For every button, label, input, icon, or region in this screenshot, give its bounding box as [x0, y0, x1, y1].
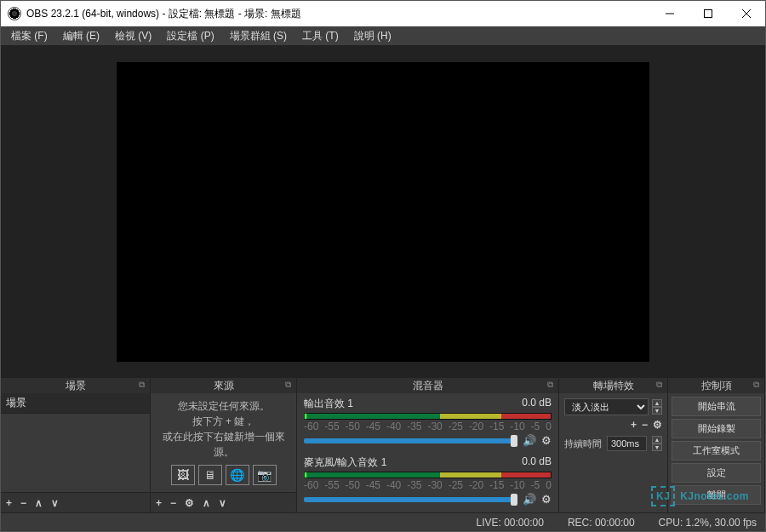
undock-icon[interactable]: ⧉	[751, 380, 761, 390]
audio-meter	[304, 472, 552, 478]
channel-db: 0.0 dB	[522, 397, 552, 411]
menu-scene-collection[interactable]: 場景群組 (S)	[223, 27, 294, 45]
speaker-icon[interactable]: 🔊	[523, 434, 536, 447]
menu-tools[interactable]: 工具 (T)	[295, 27, 346, 45]
sources-header: 來源	[214, 379, 234, 393]
preview-canvas[interactable]	[117, 62, 649, 362]
close-button[interactable]	[727, 1, 765, 26]
gear-icon[interactable]: ⚙	[541, 434, 552, 447]
menubar: 檔案 (F) 編輯 (E) 檢視 (V) 設定檔 (P) 場景群組 (S) 工具…	[1, 26, 765, 45]
svg-rect-1	[704, 10, 712, 18]
exit-button[interactable]: 離開	[672, 485, 761, 505]
window-title: OBS 23.2.1 (64-bit, windows) - 設定檔: 無標題 …	[26, 7, 650, 21]
menu-profile[interactable]: 設定檔 (P)	[160, 27, 220, 45]
channel-name: 麥克風/輸入音效 1	[304, 455, 386, 470]
duration-spin[interactable]: ▲▼	[652, 436, 662, 451]
titlebar: OBS 23.2.1 (64-bit, windows) - 設定檔: 無標題 …	[1, 1, 765, 26]
meter-ticks: -60-55-50-45-40-35-30-25-20-15-10-50	[304, 420, 552, 432]
sources-toolbar: + − ⚙ ∧ ∨	[151, 492, 296, 512]
hint-line: 或在此按下右鍵新增一個來源。	[154, 429, 293, 460]
transitions-panel: 轉場特效⧉ 淡入淡出 ▲▼ + − ⚙ 持續時間 ▲▼	[559, 378, 668, 512]
remove-source-button[interactable]: −	[170, 497, 176, 509]
start-recording-button[interactable]: 開始錄製	[672, 419, 761, 438]
add-transition-button[interactable]: +	[631, 419, 637, 431]
controls-panel: 控制項⧉ 開始串流 開始錄製 工作室模式 設定 離開	[668, 378, 765, 512]
minimize-button[interactable]	[650, 1, 689, 26]
scenes-header: 場景	[66, 379, 86, 393]
studio-mode-button[interactable]: 工作室模式	[672, 441, 761, 460]
menu-help[interactable]: 說明 (H)	[347, 27, 398, 45]
source-type-icons: 🖼 🖥 🌐 📷	[151, 463, 296, 489]
mixer-channel: 輸出音效 10.0 dB -60-55-50-45-40-35-30-25-20…	[297, 393, 558, 452]
mixer-panel: 混音器⧉ 輸出音效 10.0 dB -60-55-50-45-40-35-30-…	[297, 378, 559, 512]
hint-line: 按下方 + 鍵，	[154, 414, 293, 429]
scenes-list[interactable]: 場景	[1, 393, 150, 492]
mixer-channel: 麥克風/輸入音效 10.0 dB -60-55-50-45-40-35-30-2…	[297, 452, 558, 511]
transition-spin[interactable]: ▲▼	[652, 399, 662, 415]
controls-header: 控制項	[701, 379, 732, 393]
transition-settings-button[interactable]: ⚙	[653, 419, 662, 431]
display-source-icon: 🖥	[198, 465, 222, 485]
start-streaming-button[interactable]: 開始串流	[672, 397, 761, 416]
browser-source-icon: 🌐	[226, 465, 249, 485]
channel-db: 0.0 dB	[522, 455, 552, 470]
mixer-header: 混音器	[413, 379, 443, 393]
preview-area[interactable]	[1, 45, 765, 378]
gear-icon[interactable]: ⚙	[541, 493, 552, 506]
channel-name: 輸出音效 1	[304, 397, 353, 411]
status-cpu: CPU: 1.2%, 30.00 fps	[659, 517, 757, 529]
remove-transition-button[interactable]: −	[642, 419, 648, 431]
obs-icon	[8, 7, 21, 20]
volume-slider[interactable]	[304, 497, 517, 502]
undock-icon[interactable]: ⧉	[283, 380, 293, 390]
sources-panel: 來源⧉ 您未設定任何來源。 按下方 + 鍵， 或在此按下右鍵新增一個來源。 🖼 …	[151, 378, 297, 512]
duration-input[interactable]	[607, 436, 647, 451]
scenes-panel: 場景⧉ 場景 + − ∧ ∨	[1, 378, 151, 512]
sources-hint: 您未設定任何來源。 按下方 + 鍵， 或在此按下右鍵新增一個來源。	[151, 393, 296, 463]
status-live: LIVE: 00:00:00	[476, 517, 543, 529]
bottom-panels: 場景⧉ 場景 + − ∧ ∨ 來源⧉ 您未設定任何來源。 按下方 + 鍵， 或在…	[1, 378, 765, 512]
add-scene-button[interactable]: +	[6, 497, 12, 509]
hint-line: 您未設定任何來源。	[154, 398, 293, 414]
maximize-button[interactable]	[689, 1, 727, 26]
undock-icon[interactable]: ⧉	[136, 380, 146, 390]
transition-select[interactable]: 淡入淡出	[564, 398, 649, 415]
volume-slider[interactable]	[304, 438, 517, 443]
scenes-toolbar: + − ∧ ∨	[1, 492, 150, 512]
source-down-button[interactable]: ∨	[219, 497, 226, 509]
scene-up-button[interactable]: ∧	[35, 497, 43, 509]
speaker-icon[interactable]: 🔊	[523, 493, 536, 506]
image-source-icon: 🖼	[171, 465, 195, 485]
menu-file[interactable]: 檔案 (F)	[4, 27, 54, 45]
undock-icon[interactable]: ⧉	[545, 380, 555, 390]
sources-list[interactable]: 您未設定任何來源。 按下方 + 鍵， 或在此按下右鍵新增一個來源。 🖼 🖥 🌐 …	[151, 393, 296, 492]
duration-label: 持續時間	[564, 438, 602, 450]
menu-edit[interactable]: 編輯 (E)	[56, 27, 106, 45]
undock-icon[interactable]: ⧉	[654, 380, 664, 390]
remove-scene-button[interactable]: −	[20, 497, 26, 509]
scene-down-button[interactable]: ∨	[51, 497, 59, 509]
settings-button[interactable]: 設定	[672, 463, 761, 483]
source-settings-button[interactable]: ⚙	[185, 497, 194, 509]
statusbar: LIVE: 00:00:00 REC: 00:00:00 CPU: 1.2%, …	[1, 512, 765, 531]
add-source-button[interactable]: +	[156, 497, 162, 509]
scene-item[interactable]: 場景	[1, 393, 150, 414]
status-rec: REC: 00:00:00	[568, 517, 635, 529]
transitions-header: 轉場特效	[593, 379, 634, 393]
camera-source-icon: 📷	[253, 465, 277, 485]
source-up-button[interactable]: ∧	[203, 497, 210, 509]
audio-meter	[304, 413, 552, 420]
menu-view[interactable]: 檢視 (V)	[108, 27, 158, 45]
meter-ticks: -60-55-50-45-40-35-30-25-20-15-10-50	[304, 479, 552, 491]
